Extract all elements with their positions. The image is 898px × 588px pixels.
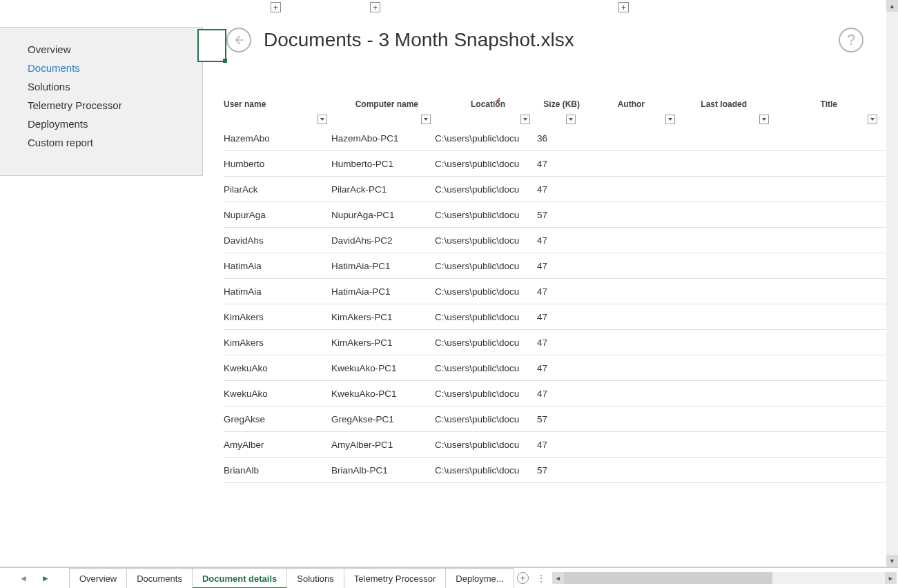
table-row[interactable]: DavidAhsDavidAhs-PC2C:\users\public\docu… xyxy=(224,228,886,253)
sidebar-item-custom-report[interactable]: Custom report xyxy=(0,133,202,152)
cell-location: C:\users\public\docu xyxy=(435,210,534,220)
cell-author xyxy=(580,184,679,195)
cell-user: BrianAlb xyxy=(224,465,331,476)
col-label: Title xyxy=(773,99,886,109)
tab-documents[interactable]: Documents xyxy=(126,568,193,588)
table-row[interactable]: HumbertoHumberto-PC1C:\users\public\docu… xyxy=(224,151,886,177)
filter-button-location[interactable] xyxy=(520,115,530,124)
col-label: Location xyxy=(435,99,534,109)
tab-overview[interactable]: Overview xyxy=(69,568,127,588)
cell-size: 47 xyxy=(534,440,580,450)
cell-size: 57 xyxy=(534,210,580,220)
table-body: HazemAboHazemAbo-PC1C:\users\public\docu… xyxy=(224,126,886,483)
table-row[interactable]: KimAkersKimAkers-PC1C:\users\public\docu… xyxy=(224,330,886,355)
sheet-nav-next[interactable]: ► xyxy=(41,574,50,583)
sidebar-item-telemetry[interactable]: Telemetry Processor xyxy=(0,96,202,115)
scroll-left-button[interactable]: ◄ xyxy=(552,572,564,584)
col-header-last-loaded: Last loaded xyxy=(679,99,773,109)
scroll-right-button[interactable]: ► xyxy=(885,572,897,584)
cell-last-loaded xyxy=(679,465,773,476)
tab-bar-grip[interactable]: ⋮ xyxy=(532,567,551,588)
sidebar-blank-below xyxy=(0,176,203,567)
cell-computer: KwekuAko-PC1 xyxy=(331,389,435,399)
tab-document-details[interactable]: Document details xyxy=(192,568,287,588)
table-row[interactable]: KimAkersKimAkers-PC1C:\users\public\docu… xyxy=(224,304,886,330)
table-row[interactable]: BrianAlbBrianAlb-PC1C:\users\public\docu… xyxy=(224,458,886,483)
filter-button-title[interactable] xyxy=(868,115,877,124)
sheet-tab-bar: ◄ ► Overview Documents Document details … xyxy=(0,567,898,588)
cell-computer: NupurAga-PC1 xyxy=(331,210,435,220)
filter-button-computer[interactable] xyxy=(421,115,431,124)
col-label: Author xyxy=(580,99,679,109)
cell-size: 47 xyxy=(534,363,580,373)
cell-location: C:\users\public\docu xyxy=(435,440,534,450)
col-label: Computer name xyxy=(331,99,435,109)
table-row[interactable]: PilarAckPilarAck-PC1C:\users\public\docu… xyxy=(224,177,886,202)
tab-deployments[interactable]: Deployme ... xyxy=(445,568,514,588)
filter-button-size[interactable] xyxy=(566,115,576,124)
table-row[interactable]: NupurAgaNupurAga-PC1C:\users\public\docu… xyxy=(224,202,886,228)
outline-expand-1[interactable]: + xyxy=(271,2,281,12)
table-row[interactable]: HatimAiaHatimAia-PC1C:\users\public\docu… xyxy=(224,279,886,304)
table-row[interactable]: AmyAlberAmyAlber-PC1C:\users\public\docu… xyxy=(224,432,886,458)
scroll-down-button[interactable]: ▼ xyxy=(886,555,898,567)
cell-title xyxy=(773,133,886,144)
back-button[interactable] xyxy=(226,28,251,52)
sidebar-item-overview[interactable]: Overview xyxy=(0,40,202,59)
cell-user: KwekuAko xyxy=(224,389,331,399)
cell-title xyxy=(773,210,886,220)
scroll-up-button[interactable]: ▲ xyxy=(886,0,898,12)
sidebar-nav: Overview Documents Solutions Telemetry P… xyxy=(0,28,203,176)
outline-expand-2[interactable]: + xyxy=(370,2,380,12)
cell-computer: HatimAia-PC1 xyxy=(331,286,435,297)
col-header-user: User name xyxy=(224,99,331,109)
sidebar-item-solutions[interactable]: Solutions xyxy=(0,77,202,96)
tab-telemetry-processor[interactable]: Telemetry Processor xyxy=(344,568,446,588)
tab-overflow: ... xyxy=(496,574,504,584)
new-sheet-button[interactable]: + xyxy=(514,567,532,588)
app-root: Overview Documents Solutions Telemetry P… xyxy=(0,0,898,588)
cell-size: 36 xyxy=(534,133,580,144)
cell-author xyxy=(580,235,679,246)
outline-expand-row: + + + xyxy=(203,0,898,14)
filter-button-user[interactable] xyxy=(318,115,327,124)
cell-title xyxy=(773,184,886,195)
cell-user: Humberto xyxy=(224,159,331,169)
cell-user: HatimAia xyxy=(224,286,331,297)
sheet-nav-prev[interactable]: ◄ xyxy=(19,574,28,583)
cell-location: C:\users\public\docu xyxy=(435,261,534,271)
cell-title xyxy=(773,440,886,450)
cell-location: C:\users\public\docu xyxy=(435,133,534,144)
table-row[interactable]: KwekuAkoKwekuAko-PC1C:\users\public\docu… xyxy=(224,381,886,406)
cell-last-loaded xyxy=(679,363,773,373)
col-label: Size (KB) xyxy=(534,99,580,109)
hscroll-track[interactable] xyxy=(564,572,885,584)
table-header: User name Computer name Location Size (K… xyxy=(224,99,886,126)
cell-author xyxy=(580,286,679,297)
hscroll-thumb[interactable] xyxy=(564,572,772,584)
cell-size: 47 xyxy=(534,261,580,271)
cell-location: C:\users\public\docu xyxy=(435,286,534,297)
title-row: Documents - 3 Month Snapshot.xlsx ? xyxy=(203,14,898,52)
vertical-scrollbar[interactable]: ▲ ▼ xyxy=(886,0,898,567)
table-row[interactable]: KwekuAkoKwekuAko-PC1C:\users\public\docu… xyxy=(224,355,886,381)
cell-user: KimAkers xyxy=(224,312,331,322)
cell-comment-indicator xyxy=(495,97,500,102)
filter-button-author[interactable] xyxy=(665,115,675,124)
sidebar-item-deployments[interactable]: Deployments xyxy=(0,115,202,133)
table-row[interactable]: HazemAboHazemAbo-PC1C:\users\public\docu… xyxy=(224,126,886,151)
sidebar-item-documents[interactable]: Documents xyxy=(0,59,202,77)
cell-title xyxy=(773,235,886,246)
data-table: User name Computer name Location Size (K… xyxy=(224,99,886,483)
fill-handle[interactable] xyxy=(223,59,227,63)
table-row[interactable]: GregAkseGregAkse-PC1C:\users\public\docu… xyxy=(224,406,886,432)
filter-button-last-loaded[interactable] xyxy=(759,115,769,124)
cell-title xyxy=(773,363,886,373)
tab-solutions[interactable]: Solutions xyxy=(286,568,344,588)
table-row[interactable]: HatimAiaHatimAia-PC1C:\users\public\docu… xyxy=(224,253,886,279)
horizontal-scrollbar[interactable]: ◄ ► xyxy=(551,567,898,588)
cell-location: C:\users\public\docu xyxy=(435,389,534,399)
outline-expand-3[interactable]: + xyxy=(618,2,629,12)
help-button[interactable]: ? xyxy=(839,28,863,52)
cell-size: 57 xyxy=(534,414,580,424)
